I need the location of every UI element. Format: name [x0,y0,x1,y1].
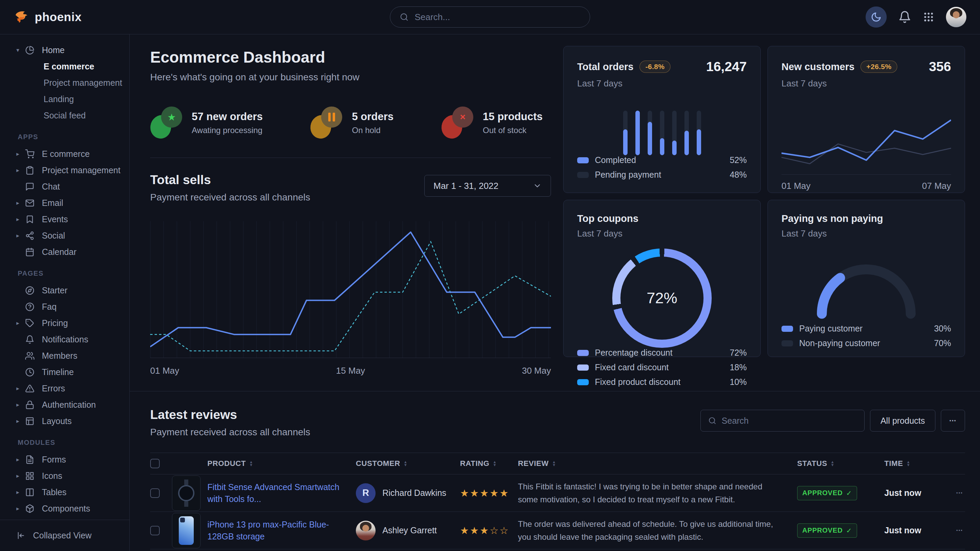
sidebar-item-tables[interactable]: ▸Tables [0,484,129,500]
global-search-input[interactable] [415,12,580,22]
sidebar-item-social[interactable]: ▸Social [0,227,129,244]
column-header-time[interactable]: TIME▲▼ [884,459,942,468]
reviews-more-button[interactable]: ••• [941,410,965,432]
sidebar-item-timeline[interactable]: Timeline [0,364,129,380]
sidebar-item-label: Email [42,198,63,208]
stat-orders-on-hold: 5 orders On hold [310,106,393,139]
sidebar-item-errors[interactable]: ▸Errors [0,380,129,397]
sidebar-item-authentication[interactable]: ▸Authentication [0,397,129,413]
sidebar-item-apps-project-management[interactable]: ▸Project management [0,162,129,178]
all-products-button[interactable]: All products [870,410,936,432]
select-all-checkbox[interactable] [150,459,160,468]
sidebar-item-layouts[interactable]: ▸Layouts [0,413,129,429]
file-text-icon [25,455,34,464]
sidebar-item-icons[interactable]: ▸Icons [0,468,129,484]
new-customers-card: New customers +26.5% 356 Last 7 days 01 … [767,46,965,193]
sidebar-item-social-feed[interactable]: Social feed [0,107,129,124]
date-range-select[interactable]: Mar 1 - 31, 2022 [424,175,551,197]
global-search[interactable] [390,6,590,27]
column-header-rating[interactable]: RATING▲▼ [460,459,518,468]
total-orders-card: Total orders -6.8% 16,247 Last 7 days Co… [563,46,761,193]
sidebar-item-label: Chat [42,182,60,192]
sidebar-section-modules: MODULES [18,439,129,446]
sidebar-item-label: Forms [42,455,66,465]
brand[interactable]: phoenix [14,9,82,25]
sidebar-item-label: Members [42,351,77,361]
card-value: 16,247 [706,59,747,74]
product-link[interactable]: Fitbit Sense Advanced Smartwatch with To… [207,481,356,505]
sidebar-item-notifications[interactable]: Notifications [0,331,129,348]
row-checkbox[interactable] [150,488,160,498]
paying-vs-nonpaying-card: Paying vs non paying Last 7 days Paying … [767,200,965,357]
caret-right-icon: ▸ [16,385,25,392]
stat-value: 15 products [483,111,543,123]
sidebar-item-project-management[interactable]: Project management [0,75,129,91]
caret-right-icon: ▸ [16,167,25,174]
sidebar-item-home[interactable]: ▾ Home [0,42,129,58]
app-grid-icon[interactable] [923,11,934,23]
sidebar-item-members[interactable]: Members [0,348,129,364]
sidebar-item-forms[interactable]: ▸Forms [0,451,129,468]
sidebar-item-label: Pricing [42,318,68,328]
row-checkbox[interactable] [150,526,160,535]
table-row: Fitbit Sense Advanced Smartwatch with To… [150,475,965,512]
legend-row: Completed52% [577,155,747,165]
x-label: 01 May [781,181,810,191]
sidebar-item-components[interactable]: ▸Components [0,500,129,517]
sidebar-item-label: Notifications [42,335,88,345]
collapse-view-button[interactable]: Collapsed View [0,520,129,551]
sidebar-item-label: Components [42,504,90,514]
row-actions-button[interactable]: ••• [942,491,965,495]
product-link[interactable]: iPhone 13 pro max-Pacific Blue-128GB sto… [207,519,356,543]
tag-icon [25,319,34,328]
column-header-review[interactable]: REVIEW▲▼ [518,459,797,468]
sidebar-item-apps-ecommerce[interactable]: ▸E commerce [0,146,129,162]
notifications-bell-icon[interactable] [898,11,911,24]
product-thumbnail[interactable] [172,513,200,548]
compass-icon [25,286,34,295]
card-period: Last 7 days [781,78,951,89]
sidebar-item-starter[interactable]: Starter [0,282,129,299]
stat-value: 57 new orders [192,111,262,123]
sort-icon: ▲▼ [249,460,253,467]
phoenix-logo-icon [14,9,29,25]
sidebar-item-label: Authentication [42,400,96,410]
customer-cell[interactable]: R Richard Dawkins [356,483,460,503]
sidebar-item-chat[interactable]: Chat [0,178,129,195]
sidebar-item-events[interactable]: ▸Events [0,211,129,227]
x-label: 07 May [922,181,951,191]
sidebar-item-calendar[interactable]: Calendar [0,244,129,260]
product-thumbnail[interactable] [172,475,200,511]
sidebar-item-landing[interactable]: Landing [0,91,129,107]
customer-name: Richard Dawkins [382,488,446,498]
check-icon: ✓ [846,527,852,535]
theme-toggle-button[interactable] [865,6,887,27]
column-header-status[interactable]: STATUS▲▼ [797,459,884,468]
reviews-search[interactable] [700,410,865,432]
column-header-product[interactable]: PRODUCT▲▼ [207,459,356,468]
package-icon [25,504,34,513]
latest-reviews-section: Latest reviews Payment received across a… [130,391,980,551]
sidebar-item-label: Calendar [42,247,76,257]
stat-value: 5 orders [352,111,393,123]
clipboard-icon [25,166,34,175]
reviews-search-input[interactable] [722,416,856,426]
new-customers-line-chart [781,104,951,174]
customer-name: Ashley Garrett [382,526,437,535]
sidebar-item-faq[interactable]: Faq [0,299,129,315]
sidebar-item-ecommerce[interactable]: E commerce [0,58,129,75]
new-orders-star-icon: ★ [150,106,183,139]
user-avatar[interactable] [946,7,966,27]
column-header-customer[interactable]: CUSTOMER▲▼ [356,459,460,468]
sidebar-item-label: Starter [42,286,67,295]
sidebar-section-pages: PAGES [18,270,129,277]
row-actions-button[interactable]: ••• [942,528,965,533]
dashboard-left-column: Ecommerce Dashboard Here's what's going … [150,46,551,376]
sidebar-item-pricing[interactable]: ▸Pricing [0,315,129,331]
chart-pie-icon [25,46,34,55]
customer-cell[interactable]: Ashley Garrett [356,521,460,540]
caret-right-icon: ▸ [16,216,25,223]
sidebar-item-email[interactable]: ▸Email [0,195,129,211]
top-navbar: phoenix [0,0,980,34]
section-divider [150,157,551,158]
